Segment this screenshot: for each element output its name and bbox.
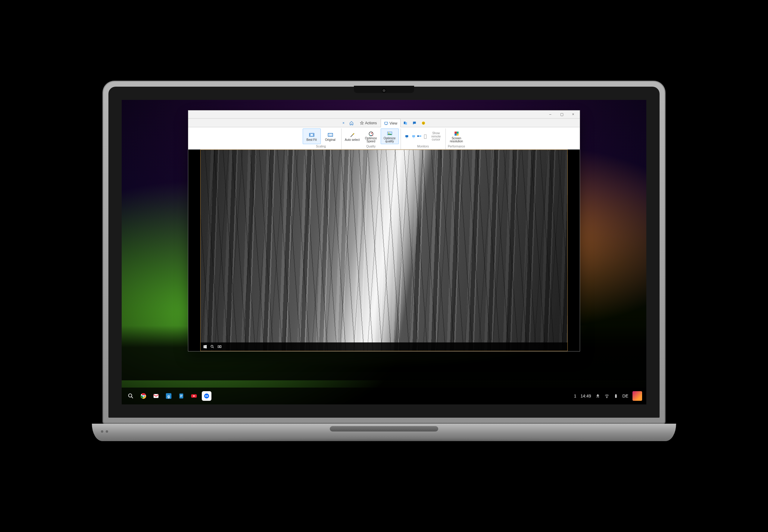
auto-select-button[interactable]: Auto select [343,128,361,144]
svg-rect-38 [180,395,182,395]
svg-rect-28 [220,346,221,348]
svg-rect-39 [180,396,182,396]
window-minimize-button[interactable]: – [545,111,556,117]
speed-icon [368,131,374,137]
app-chrome[interactable] [138,391,148,401]
window-close-button[interactable]: × [568,111,579,117]
laptop-hinge [92,424,676,451]
monitors-group-label: Monitors [417,145,429,149]
best-fit-label: Best Fit [307,138,317,142]
remote-desktop-wallpaper [200,150,568,351]
screen-resolution-label: Screen resolution [448,137,465,143]
tab-actions-label: Actions [365,121,377,125]
svg-rect-27 [218,346,219,348]
clock[interactable]: 14:49 [581,394,591,398]
window-titlebar[interactable]: – ▢ × [188,110,580,119]
svg-text:1:1: 1:1 [329,134,332,136]
svg-rect-40 [180,397,181,397]
tab-view-label: View [389,121,397,125]
best-fit-button[interactable]: Best Fit [303,128,321,144]
wifi-icon[interactable] [605,394,609,398]
wand-icon [349,132,355,138]
original-label: Original [325,138,335,142]
show-remote-cursor-toggle[interactable]: Show remote cursor [403,128,444,144]
ribbon-group-monitors: Show remote cursor Monitors [401,128,445,149]
original-button[interactable]: 1:1 Original [321,128,339,144]
performance-group-label: Performance [448,145,465,149]
show-remote-cursor-label: Show remote cursor [429,132,443,141]
svg-rect-12 [371,135,372,136]
app-gmail[interactable] [151,391,161,401]
optimize-quality-button[interactable]: Optimize quality [381,128,399,144]
keyboard-locale[interactable]: DE [623,394,628,398]
svg-point-43 [607,397,607,398]
battery-icon[interactable] [614,394,618,398]
monitor-b-icon [411,134,416,139]
svg-rect-16 [405,135,408,137]
chromeos-shelf: g 1 [122,388,646,404]
svg-rect-22 [454,131,457,134]
teamviewer-icon [203,393,210,399]
quality-group-label: Quality [366,145,376,149]
home-icon [349,121,354,125]
tab-audio[interactable] [401,119,410,127]
svg-point-33 [143,395,144,397]
screen-resolution-button[interactable]: Screen resolution [447,128,466,144]
optimize-speed-button[interactable]: Optimize Speed [362,128,380,144]
chat-icon [412,121,416,125]
svg-rect-11 [370,135,370,136]
chromeos-desktop: – ▢ × × [122,100,646,404]
app-teamviewer[interactable] [202,391,212,401]
launcher-button[interactable] [126,391,135,401]
svg-rect-44 [615,394,617,398]
svg-rect-1 [386,125,387,125]
tab-feedback[interactable] [419,119,428,127]
svg-rect-24 [454,134,457,136]
ribbon-group-scaling: Best Fit 1:1 Original Scaling [301,128,341,149]
svg-point-29 [128,394,132,397]
tab-chat[interactable] [410,119,419,127]
actions-icon [360,121,364,125]
tab-view[interactable]: View [381,119,401,127]
svg-point-5 [423,122,423,123]
windows-search-icon[interactable] [210,345,215,349]
windows-start-icon[interactable] [203,345,207,349]
google-icon: g [165,393,172,399]
window-maximize-button[interactable]: ▢ [556,111,567,117]
remote-windows-taskbar[interactable] [201,342,567,351]
app-docs[interactable] [176,391,186,401]
svg-rect-3 [405,122,407,125]
monitor-a-icon [405,134,410,139]
status-tray[interactable]: 1 14:49 DE [574,391,642,401]
close-session-tab[interactable]: × [340,119,347,127]
optimize-quality-label: Optimize quality [381,137,398,143]
svg-rect-21 [419,135,421,137]
remote-cursor-checkbox[interactable] [424,135,426,139]
notification-count[interactable]: 1 [574,394,577,398]
svg-point-26 [211,345,213,347]
app-youtube[interactable] [189,391,199,401]
quality-icon [387,131,393,137]
svg-rect-0 [385,122,388,124]
app-google[interactable]: g [164,391,173,401]
tab-actions[interactable]: Actions [356,119,380,127]
optimize-speed-label: Optimize Speed [362,137,380,143]
svg-rect-18 [412,135,415,137]
svg-text:g: g [167,394,170,398]
webcam-notch [354,86,414,93]
youtube-icon [190,393,197,399]
monitor-both-icon [417,134,422,139]
extension-icon[interactable] [596,394,600,398]
svg-point-4 [422,121,425,125]
windows-taskview-icon[interactable] [218,345,222,349]
svg-rect-25 [457,134,459,136]
home-tab[interactable] [347,119,356,127]
laptop-frame: – ▢ × × [92,81,676,451]
search-icon [127,393,134,399]
remote-viewport[interactable] [188,150,580,351]
resolution-icon [454,131,460,137]
user-avatar[interactable] [633,391,642,401]
docs-icon [178,393,184,399]
svg-rect-23 [457,131,459,134]
svg-point-15 [388,132,389,133]
